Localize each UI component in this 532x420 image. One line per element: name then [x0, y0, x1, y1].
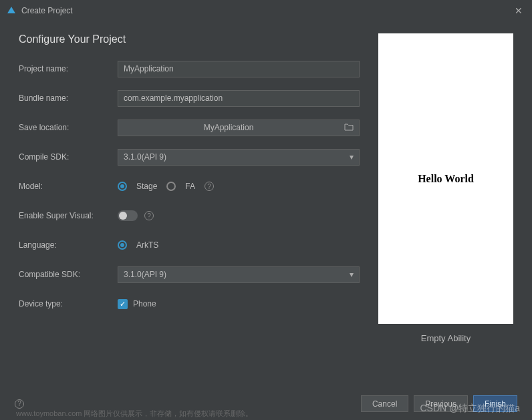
save-location-field[interactable]: MyApplication [118, 120, 360, 136]
footer-bar: ? Cancel Previous Finish [0, 395, 532, 412]
compat-sdk-select[interactable]: 3.1.0(API 9) ▾ [118, 266, 360, 283]
checkbox-phone[interactable]: ✓ [118, 299, 128, 309]
footer-help-icon[interactable]: ? [15, 399, 24, 409]
previous-button[interactable]: Previous [414, 395, 468, 412]
checkbox-phone-label: Phone [133, 299, 156, 308]
label-model: Model: [19, 182, 118, 191]
bundle-name-input[interactable] [118, 90, 360, 107]
preview-caption: Empty Ability [421, 333, 471, 343]
check-icon: ✓ [120, 300, 126, 308]
compat-sdk-value: 3.1.0(API 9) [124, 270, 166, 279]
preview-column: Hello World Empty Ability [378, 33, 513, 343]
row-save-location: Save location: MyApplication [19, 119, 360, 136]
cancel-button[interactable]: Cancel [361, 395, 408, 412]
label-bundle-name: Bundle name: [19, 93, 118, 103]
radio-fa-label: FA [185, 182, 195, 191]
close-icon[interactable]: ✕ [512, 5, 525, 16]
row-compat-sdk: Compatible SDK: 3.1.0(API 9) ▾ [19, 266, 360, 283]
app-icon [7, 6, 16, 15]
chevron-down-icon: ▾ [350, 270, 354, 279]
titlebar: Create Project ✕ [0, 0, 532, 21]
label-device-type: Device type: [19, 299, 118, 308]
radio-fa[interactable] [166, 182, 176, 191]
row-language: Language: ArkTS [19, 236, 360, 254]
label-language: Language: [19, 240, 118, 250]
label-project-name: Project name: [19, 64, 118, 73]
window-title: Create Project [21, 6, 73, 15]
compile-sdk-value: 3.1.0(API 9) [124, 152, 166, 162]
super-visual-toggle[interactable] [118, 210, 138, 221]
project-name-input[interactable] [118, 61, 360, 77]
label-super-visual: Enable Super Visual: [19, 211, 118, 220]
radio-stage-label: Stage [136, 182, 157, 191]
content-area: Configure Your Project Project name: Bun… [0, 21, 532, 343]
compile-sdk-select[interactable]: 3.1.0(API 9) ▾ [118, 149, 360, 166]
help-icon[interactable]: ? [205, 182, 214, 191]
radio-stage[interactable] [118, 182, 127, 191]
row-bundle-name: Bundle name: [19, 89, 360, 107]
row-compile-sdk: Compile SDK: 3.1.0(API 9) ▾ [19, 148, 360, 166]
form-column: Configure Your Project Project name: Bun… [19, 33, 360, 343]
preview-panel: Hello World [378, 33, 513, 324]
label-compile-sdk: Compile SDK: [19, 152, 118, 162]
save-location-text: MyApplication [118, 123, 339, 132]
row-model: Model: Stage FA ? [19, 178, 360, 195]
preview-content: Hello World [418, 173, 474, 185]
help-icon[interactable]: ? [144, 211, 154, 220]
folder-icon[interactable] [339, 123, 359, 133]
page-title: Configure Your Project [19, 33, 360, 45]
label-compat-sdk: Compatible SDK: [19, 270, 118, 279]
row-super-visual: Enable Super Visual: ? [19, 207, 360, 224]
row-project-name: Project name: [19, 60, 360, 77]
label-save-location: Save location: [19, 123, 118, 132]
finish-button[interactable]: Finish [473, 395, 517, 412]
radio-arkts[interactable] [118, 240, 127, 250]
radio-arkts-label: ArkTS [136, 240, 158, 250]
svg-marker-0 [7, 7, 15, 13]
chevron-down-icon: ▾ [350, 152, 354, 162]
row-device-type: Device type: ✓ Phone [19, 295, 360, 312]
